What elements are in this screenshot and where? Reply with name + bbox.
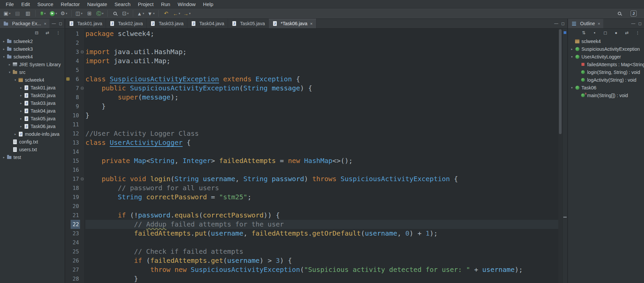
outline-item[interactable]: sclweek4 [568,37,644,45]
tree-item[interactable]: ▸JTask03.java [0,99,65,107]
editor-tab[interactable]: JTask01.java [65,19,106,28]
code-line[interactable]: // Check if failed attempts [85,247,558,256]
collapsed-arrow-icon[interactable]: ▸ [18,109,24,113]
fold-icon[interactable] [81,50,84,53]
hide-fields-icon[interactable]: ▪ [591,29,598,36]
collapsed-arrow-icon[interactable]: ▸ [18,86,24,89]
collapsed-arrow-icon[interactable]: ▸ [1,47,6,51]
link-with-editor-icon[interactable]: ⇄ [623,29,631,36]
code-line[interactable]: package sclweek4; [85,29,558,38]
code-line[interactable]: } [85,111,558,120]
outline-item[interactable]: ▸SuspiciousActivityException [568,45,644,53]
code-line[interactable]: class UserActivityLogger { [85,138,558,147]
maximize-view-icon[interactable]: ◻ [59,21,62,26]
code-line[interactable]: public SuspiciousActivityException(Strin… [85,84,558,93]
code-line[interactable] [85,165,558,174]
close-view-icon[interactable]: × [598,21,600,26]
print-icon[interactable]: ▥ [23,9,33,18]
menu-search[interactable]: Search [111,1,134,8]
outline-item[interactable]: login(String, String) : void [568,68,644,76]
collapsed-arrow-icon[interactable]: ▸ [18,117,24,120]
debug-icon[interactable]: ▾ [38,9,48,18]
tree-item[interactable]: ▸test [0,153,65,161]
code-line[interactable] [85,238,558,247]
sort-icon[interactable]: ⇅ [580,29,588,36]
tree-item[interactable]: ▾src [0,68,65,76]
menu-edit[interactable]: Edit [17,1,34,8]
previous-annotation-icon[interactable]: ▲▾ [136,9,146,18]
tree-item[interactable]: ▸JTask01.java [0,84,65,91]
code-line[interactable]: //User Activity Logger Class [85,129,558,138]
close-view-icon[interactable]: × [44,21,46,26]
new-class-icon[interactable]: Ⓒ▾ [95,9,105,18]
view-menu-icon[interactable]: ⋮ [634,29,641,36]
collapsed-arrow-icon[interactable]: ▸ [7,63,12,66]
code-line[interactable]: import java.util.HashMap; [85,47,558,56]
menu-navigate[interactable]: Navigate [83,1,111,8]
editor-tab[interactable]: JTask05.java [228,19,269,28]
tree-item[interactable]: users.txt [0,146,65,153]
code-line[interactable]: } [85,274,558,283]
link-with-editor-icon[interactable]: ⇄ [44,29,51,36]
outline-item[interactable]: logActivity(String) : void [568,76,644,84]
code-line[interactable] [85,120,558,129]
package-explorer-tab[interactable]: Package Ex... × [0,19,49,28]
maximize-view-icon[interactable]: ◻ [638,21,642,26]
minimize-view-icon[interactable]: — [554,21,558,26]
editor-tab[interactable]: JTask03.java [147,19,187,28]
new-java-project-icon[interactable]: ◫▾ [74,9,84,18]
outline-tab[interactable]: Outline × [568,19,603,28]
code-line[interactable]: class SuspiciousActivityException extend… [85,75,558,84]
code-line[interactable]: public void login(String username, Strin… [85,174,558,184]
tree-item[interactable]: ▸JTask06.java [0,122,65,130]
menu-refactor[interactable]: Refactor [57,1,84,8]
code-line[interactable]: import java.util.Map; [85,56,558,66]
tree-item[interactable]: ▸Jmodule-info.java [0,130,65,138]
code-line[interactable] [85,66,558,75]
search-flashlight-icon[interactable] [110,9,120,18]
expanded-arrow-icon[interactable]: ▾ [569,86,574,89]
fold-icon[interactable] [81,87,84,90]
close-tab-icon[interactable]: × [310,21,313,26]
next-annotation-icon[interactable]: ▼▾ [146,9,156,18]
outline-item[interactable]: ▾Task06 [568,84,644,91]
maximize-view-icon[interactable]: ◻ [561,21,565,26]
outline-item[interactable]: failedAttempts : Map<String, Integer> [568,60,644,68]
collapsed-arrow-icon[interactable]: ▸ [13,132,18,136]
code-line[interactable]: String correctPassword = "stm25"; [85,193,558,202]
code-line[interactable]: if (!password.equals(correctPassword)) { [85,211,558,220]
tree-item[interactable]: ▸sclweek3 [0,45,65,53]
code-line[interactable] [85,202,558,211]
view-menu-icon[interactable]: ⋮ [54,29,62,36]
tree-item[interactable]: ▾sclweek4 [0,76,65,84]
tree-item[interactable]: ▸JTask04.java [0,107,65,115]
tree-item[interactable]: ▾sclweek4 [0,53,65,60]
menu-window[interactable]: Window [174,1,199,8]
collapsed-arrow-icon[interactable]: ▸ [569,47,574,51]
editor-tab[interactable]: JTask02.java [106,19,147,28]
java-perspective-icon[interactable]: J [629,9,639,18]
expanded-arrow-icon[interactable]: ▾ [7,71,12,74]
collapse-all-icon[interactable]: ⊟ [33,29,40,36]
forward-icon[interactable]: →▾ [182,9,192,18]
save-icon[interactable]: ▤ [12,9,23,18]
scrollbar-thumb[interactable] [559,29,562,134]
outline-item[interactable]: ▾UserActivityLogger [568,53,644,60]
search-icon[interactable] [614,9,624,18]
collapsed-arrow-icon[interactable]: ▸ [1,40,6,43]
code-lines[interactable]: package sclweek4;import java.util.HashMa… [84,29,558,283]
editor-scrollbar[interactable] [558,29,562,283]
menu-help[interactable]: Help [199,1,217,8]
code-line[interactable]: private Map<String, Integer> failedAttem… [85,156,558,165]
hide-static-members-icon[interactable]: ◻ [602,29,609,36]
outline-item[interactable]: Smain(String[]) : void [568,91,644,99]
expanded-arrow-icon[interactable]: ▾ [569,55,574,58]
external-tools-icon[interactable]: ⚙▾ [59,9,69,18]
code-line[interactable]: throw new SuspiciousActivityException("S… [85,265,558,274]
new-package-icon[interactable]: ⊞ [84,9,94,18]
menu-source[interactable]: Source [34,1,57,8]
code-line[interactable]: if (failedAttempts.get(username) > 3) { [85,256,558,265]
code-line[interactable]: failedAttempts.put(username, failedAttem… [85,229,558,238]
tree-item[interactable]: config.txt [0,138,65,146]
code-line[interactable] [85,38,558,47]
